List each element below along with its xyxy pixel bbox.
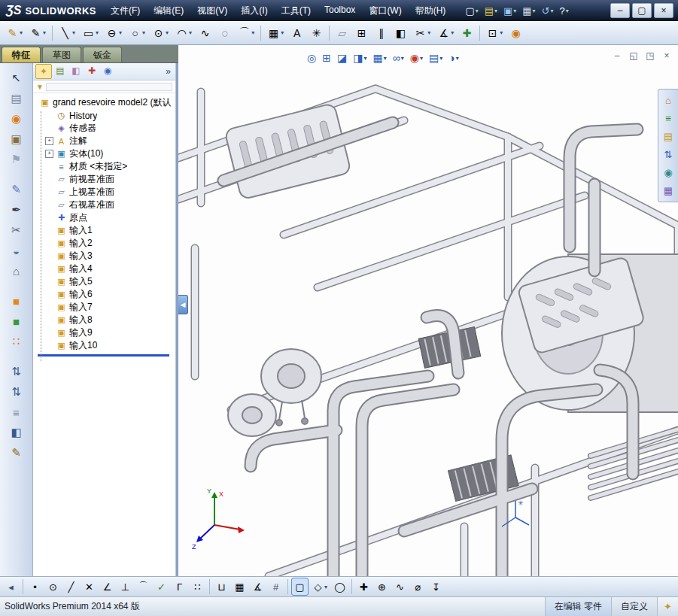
sketch-slot-button[interactable]: ⊙	[44, 578, 62, 595]
menu-view[interactable]: 视图(V)	[190, 1, 234, 21]
tree-item[interactable]: ▣输入1	[35, 224, 175, 237]
menu-file[interactable]: 文件(F)	[104, 1, 147, 21]
beaker-button[interactable]: ◒	[6, 241, 27, 259]
tree-item[interactable]: ▣输入10	[35, 339, 175, 352]
tree-item[interactable]: ▣输入4	[35, 262, 175, 275]
tree-item[interactable]: ▱上视基准面	[35, 186, 175, 199]
green-block-button[interactable]: ■	[6, 312, 27, 330]
pencil-button[interactable]: ✎	[6, 444, 27, 462]
repair-sketch-button[interactable]: ✚	[458, 23, 476, 42]
tree-item[interactable]: ◷History	[35, 109, 175, 122]
menu-insert[interactable]: 插入(I)	[234, 1, 274, 21]
spline-button[interactable]: ∿	[196, 23, 214, 42]
convert-entities-button[interactable]: ⊞	[352, 23, 371, 42]
view-orientation-bottom-button[interactable]: ◇▾	[309, 578, 330, 595]
perimeter-circle-button[interactable]: ⊙▾	[149, 23, 172, 42]
pen-button[interactable]: ✒	[6, 201, 27, 219]
panel-overflow-chevron[interactable]: »	[163, 66, 173, 77]
solidworks-resources-button[interactable]: ⌂	[660, 93, 676, 108]
corner-rectangle-button[interactable]: ▭▾	[79, 23, 102, 42]
tree-item[interactable]: +▣实体(10)	[35, 147, 175, 160]
design-library-button[interactable]: ≡	[660, 111, 676, 126]
sketch-button[interactable]: ✎▾	[3, 23, 26, 42]
stamp-button[interactable]: ▤	[6, 90, 27, 108]
menu-toolbox[interactable]: Toolbox	[318, 1, 362, 21]
open-document-button[interactable]: ▤▾	[482, 2, 500, 19]
tree-item[interactable]: ▣输入9	[35, 326, 175, 339]
doc-minimize-button[interactable]: –	[610, 50, 624, 62]
graphics-area[interactable]: X Y Z ✳ ◎⊞◪◨▾▦▾∞▾◉▾▤▾◑▾ –◱◳× ⌂≡▤⇅◉▦ ◀	[178, 45, 678, 576]
orange-block-button[interactable]: ■	[6, 292, 27, 310]
menu-edit[interactable]: 编辑(E)	[147, 1, 190, 21]
diameter-dimension-button[interactable]: ⌀	[409, 578, 427, 595]
trim-entities-button[interactable]: ✂▾	[411, 23, 433, 42]
scissors-button[interactable]: ✂	[6, 221, 27, 239]
centerpoint-arc-button[interactable]: ◠▾	[172, 23, 195, 42]
paint-bucket-button[interactable]: ◧	[6, 423, 27, 442]
hide-show-items-button[interactable]: ∞▾	[391, 50, 406, 66]
reference-plane-button[interactable]: ▱	[333, 23, 351, 42]
home-button[interactable]: ⌂	[6, 262, 27, 280]
grid-button[interactable]: ▦	[231, 578, 248, 595]
brush-button[interactable]: ✎	[6, 181, 27, 199]
expander-icon[interactable]: +	[45, 150, 53, 158]
linear-sketch-pattern-button[interactable]: ▦▾	[264, 23, 287, 42]
weld-bead-button[interactable]: ⊔	[213, 578, 230, 595]
save-document-button[interactable]: ▣▾	[501, 2, 518, 19]
perpendicular-button[interactable]: ⊥	[117, 578, 134, 595]
snap-points-button[interactable]: ∷	[189, 578, 206, 595]
tab-features[interactable]: 特征	[2, 47, 41, 62]
rollback-bar[interactable]	[38, 354, 169, 357]
window-close-button[interactable]: ×	[654, 3, 673, 18]
tree-item[interactable]: ▣输入6	[35, 288, 175, 301]
zoom-to-area-button[interactable]: ⊞	[320, 50, 333, 66]
help-button[interactable]: ?▾	[558, 2, 571, 19]
tree-item[interactable]: ▣grand resevoire model2 (默认	[35, 96, 175, 109]
file-explorer-button[interactable]: ▤	[660, 129, 676, 144]
display-style-button[interactable]: ▦▾	[370, 50, 388, 66]
tree-item[interactable]: ✚原点	[35, 211, 175, 224]
sketch-point-button[interactable]: •	[26, 578, 44, 595]
tree-item[interactable]: ▣输入8	[35, 314, 175, 326]
window-maximize-button[interactable]: ▢	[632, 3, 652, 18]
move-entities-button[interactable]: ✚	[355, 578, 372, 595]
zoom-to-fit-button[interactable]: ◎	[305, 50, 318, 66]
displaymanager-tab-button[interactable]: ◉	[100, 64, 115, 77]
tree-item[interactable]: ▣输入3	[35, 250, 175, 262]
sort-ascending-button[interactable]: ⇅	[6, 383, 27, 401]
sort-descending-button[interactable]: ⇅	[6, 363, 27, 381]
edit-appearance-button[interactable]: ◉▾	[408, 50, 425, 66]
featuremanager-tab-button[interactable]: ✦	[35, 64, 52, 79]
quick-snaps-button[interactable]: ⊡▾	[483, 23, 506, 42]
check-sketch-button[interactable]: ✓	[153, 578, 170, 595]
doc-float-button[interactable]: ◳	[643, 50, 657, 62]
isometric-view-cube-button[interactable]: ▢	[291, 578, 309, 596]
tangent-arc-button[interactable]: ⌒	[135, 578, 152, 595]
doc-close-button[interactable]: ×	[660, 50, 673, 62]
mirror-entities-button[interactable]: ◧	[391, 23, 410, 42]
angle-dimension-button[interactable]: ∡	[249, 578, 266, 595]
angle-snap-button[interactable]: ∠	[99, 578, 116, 595]
panel-collapse-arrow[interactable]: ◀	[178, 295, 188, 314]
circle-button[interactable]: ○▾	[126, 23, 148, 42]
menu-tools[interactable]: 工具(T)	[275, 1, 318, 21]
custom-properties-button[interactable]: ▦	[660, 183, 676, 199]
filter-input[interactable]	[46, 83, 172, 91]
offset-entities-button[interactable]: ∥	[372, 23, 391, 42]
section-view-button[interactable]: ◪	[335, 50, 349, 66]
point-button[interactable]: ✳	[307, 23, 326, 42]
menu-help[interactable]: 帮助(H)	[409, 1, 453, 21]
tab-sheet-metal[interactable]: 钣金	[83, 47, 122, 62]
sketch-fillet-button[interactable]: ⌒▾	[235, 23, 257, 42]
tree-item[interactable]: ▣输入7	[35, 301, 175, 314]
tab-sketch[interactable]: 草图	[42, 47, 81, 62]
tree-item[interactable]: ▱前视基准面	[35, 173, 175, 186]
tree-item[interactable]: ▣输入2	[35, 237, 175, 250]
tree-item[interactable]: ▣输入5	[35, 275, 175, 288]
propertymanager-tab-button[interactable]: ▤	[53, 64, 68, 77]
dimxpertmanager-tab-button[interactable]: ✚	[84, 64, 99, 77]
erase-button[interactable]: ✕	[81, 578, 98, 595]
status-custom-dropdown[interactable]: 自定义	[611, 597, 657, 616]
clipboard-button[interactable]: ▣	[6, 130, 27, 148]
alert-bell-button[interactable]: ◉	[6, 110, 27, 128]
